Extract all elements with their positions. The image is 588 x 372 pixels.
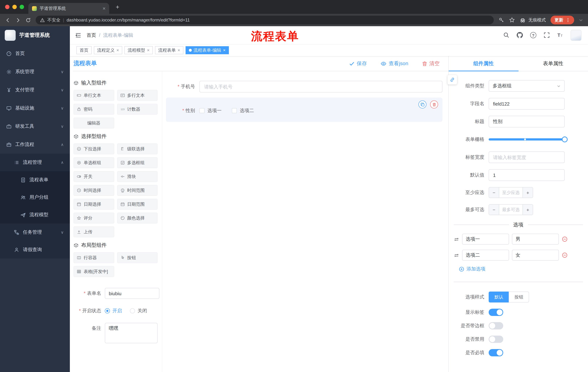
checkbox-option-1[interactable]: 选项一 (200, 107, 221, 114)
max-select-input[interactable] (499, 205, 523, 215)
back-icon[interactable] (5, 17, 10, 23)
sidebar-item-user-group[interactable]: 用户分组 (0, 189, 70, 206)
new-tab-button[interactable]: + (113, 2, 122, 12)
decrease-button[interactable]: − (489, 187, 499, 198)
clear-button[interactable]: 清空 (422, 60, 440, 67)
title-input[interactable] (489, 116, 565, 128)
drag-handle-icon[interactable] (454, 236, 459, 242)
grid-slider[interactable] (489, 134, 565, 145)
palette-item-editor[interactable]: 编辑器 (74, 117, 114, 128)
save-button[interactable]: 保存 (349, 60, 367, 67)
phone-input[interactable] (200, 81, 442, 93)
palette-item-password[interactable]: 密码 (74, 104, 114, 115)
field-name-input[interactable] (489, 98, 565, 110)
tag-close-icon[interactable]: × (178, 48, 180, 53)
tag-process-definition[interactable]: 流程定义× (94, 46, 122, 54)
sidebar-item-leave-query[interactable]: 请假查询 (0, 241, 70, 258)
reload-icon[interactable] (25, 17, 31, 23)
style-button-button[interactable]: 按钮 (509, 292, 529, 302)
font-size-icon[interactable]: TT (557, 32, 563, 38)
remove-option-icon[interactable] (562, 252, 568, 258)
slider-track[interactable] (489, 138, 565, 140)
sidebar-item-process-mgmt[interactable]: 流程管理 ∧ (0, 154, 70, 171)
palette-item-cascade[interactable]: 级联选择 (117, 143, 158, 154)
palette-item-row-container[interactable]: 行容器 (74, 252, 114, 263)
palette-item-date-range[interactable]: 日期范围 (117, 199, 158, 210)
toolbar-chevron-icon[interactable] (579, 18, 583, 22)
palette-item-switch[interactable]: 开关 (74, 171, 114, 182)
github-icon[interactable] (517, 32, 523, 38)
palette-item-single-line[interactable]: 单行文本 (74, 90, 114, 101)
tag-close-icon[interactable]: × (147, 48, 149, 53)
address-bar[interactable]: 不安全 | dashboard.yudao.iocoder.cn/bpm/man… (36, 16, 494, 24)
checkbox-option-2[interactable]: 选项二 (232, 107, 254, 114)
remove-option-icon[interactable] (562, 236, 568, 242)
close-window-button[interactable] (5, 5, 10, 9)
tab-close-icon[interactable]: × (103, 6, 105, 11)
selected-component-gender[interactable]: 性别 选项一 选项二 (166, 97, 442, 122)
sidebar-item-infra[interactable]: 基础设施 ∨ (0, 99, 70, 117)
palette-item-time[interactable]: 时间选择 (74, 185, 114, 196)
palette-item-button[interactable]: 按钮 (117, 252, 158, 263)
help-icon[interactable]: ? (530, 32, 536, 38)
search-icon[interactable] (503, 32, 509, 38)
palette-item-rate[interactable]: 评分 (74, 213, 114, 223)
view-json-button[interactable]: 查看json (381, 60, 408, 67)
tab-component-props[interactable]: 组件属性 (449, 56, 518, 71)
sidebar-item-system[interactable]: 系统管理 ∨ (0, 63, 70, 81)
palette-item-counter[interactable]: 123计数器 (117, 104, 158, 115)
label-width-input[interactable] (489, 151, 565, 163)
palette-item-radio-group[interactable]: 单选框组 (74, 157, 114, 168)
tab-form-props[interactable]: 表单属性 (518, 56, 588, 71)
sidebar-item-process-form[interactable]: 流程表单 (0, 171, 70, 189)
form-name-input[interactable] (105, 288, 159, 299)
drag-handle-icon[interactable] (454, 252, 459, 258)
increase-button[interactable]: + (523, 187, 533, 198)
radio-on[interactable]: 开启 (105, 308, 122, 314)
password-key-icon[interactable] (498, 17, 504, 23)
minimize-window-button[interactable] (12, 5, 17, 9)
disabled-switch[interactable] (489, 336, 503, 343)
add-option-button[interactable]: 添加选项 (459, 266, 588, 272)
breadcrumb-home[interactable]: 首页 (87, 32, 96, 38)
user-avatar[interactable] (570, 30, 581, 41)
palette-item-time-range[interactable]: 时间范围 (117, 185, 158, 196)
palette-item-checkbox-group[interactable]: 多选框组 (117, 157, 158, 168)
palette-item-slider[interactable]: 滑块 (117, 171, 158, 182)
delete-component-button[interactable] (430, 100, 438, 108)
sidebar-item-process-model[interactable]: 流程模型 (0, 206, 70, 223)
sidebar-item-home[interactable]: 首页 (0, 44, 70, 63)
hamburger-icon[interactable] (75, 32, 82, 38)
palette-item-date[interactable]: 日期选择 (74, 199, 114, 210)
browser-update-button[interactable]: 更新 ⋮ (551, 16, 574, 24)
decrease-button[interactable]: − (489, 205, 499, 215)
copy-component-button[interactable] (419, 100, 426, 108)
tag-process-form[interactable]: 流程表单× (155, 46, 183, 54)
palette-item-multi-line[interactable]: 多行文本 (117, 90, 158, 101)
option-name-input[interactable] (462, 234, 509, 244)
sidebar-item-dev[interactable]: 研发工具 ∨ (0, 117, 70, 135)
tag-home[interactable]: 首页 (76, 46, 92, 54)
component-type-select[interactable]: 多选框组 (489, 80, 565, 92)
radio-off[interactable]: 关闭 (130, 308, 147, 314)
bookmark-star-icon[interactable] (509, 17, 515, 23)
tag-process-model[interactable]: 流程模型× (125, 46, 153, 54)
option-value-input[interactable] (512, 234, 559, 244)
tag-process-form-edit[interactable]: 流程表单-编辑× (186, 46, 229, 54)
forward-icon[interactable] (15, 17, 21, 23)
min-select-input[interactable] (499, 187, 523, 198)
option-value-input[interactable] (512, 250, 559, 261)
palette-item-dropdown[interactable]: 下拉选择 (74, 143, 114, 154)
required-switch[interactable] (489, 349, 503, 356)
phone-field-row[interactable]: 手机号 (166, 81, 442, 93)
sidebar-item-task-mgmt[interactable]: 任务管理 ∨ (0, 223, 70, 241)
palette-item-color[interactable]: 颜色选择 (117, 213, 158, 223)
slider-handle[interactable] (562, 137, 568, 142)
browser-tab[interactable]: 芋道管理系统 × (28, 3, 109, 14)
increase-button[interactable]: + (523, 205, 533, 215)
palette-item-upload[interactable]: 上传 (74, 226, 114, 237)
checkbox-box[interactable] (232, 108, 237, 113)
palette-item-table[interactable]: 表格[开发中] (74, 266, 114, 277)
sidebar-item-pay[interactable]: 支付管理 ∨ (0, 81, 70, 99)
link-icon[interactable] (448, 75, 457, 85)
